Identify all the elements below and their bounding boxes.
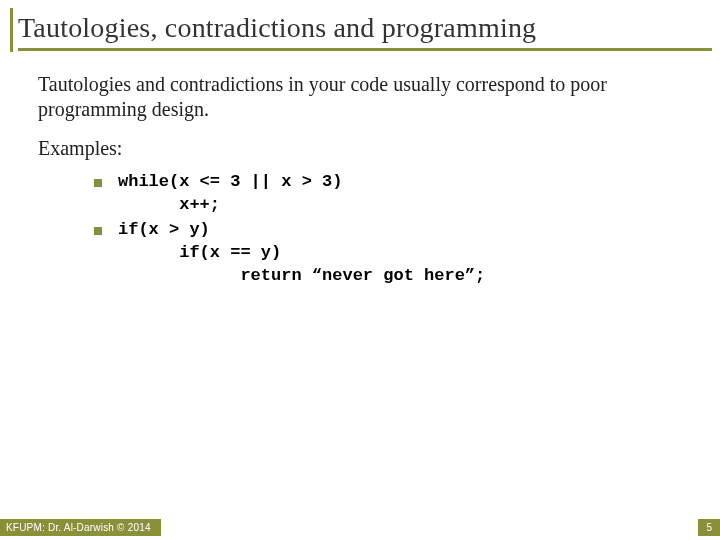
intro-paragraph: Tautologies and contradictions in your c… (38, 72, 692, 122)
slide-title: Tautologies, contradictions and programm… (18, 12, 712, 48)
footer-author: KFUPM: Dr. Al-Darwish © 2014 (0, 519, 161, 536)
slide: Tautologies, contradictions and programm… (0, 0, 720, 540)
code-block: if(x > y) if(x == y) return “never got h… (118, 219, 485, 288)
square-bullet-icon (94, 227, 102, 235)
square-bullet-icon (94, 179, 102, 187)
title-bar: Tautologies, contradictions and programm… (18, 12, 712, 51)
code-block: while(x <= 3 || x > 3) x++; (118, 171, 342, 217)
list-item: if(x > y) if(x == y) return “never got h… (94, 219, 692, 288)
title-left-accent (10, 8, 13, 52)
examples-label: Examples: (38, 136, 692, 161)
slide-body: Tautologies and contradictions in your c… (38, 72, 692, 290)
list-item: while(x <= 3 || x > 3) x++; (94, 171, 692, 217)
bullet-list: while(x <= 3 || x > 3) x++; if(x > y) if… (94, 171, 692, 288)
slide-number: 5 (698, 519, 720, 536)
title-underline (18, 48, 712, 51)
